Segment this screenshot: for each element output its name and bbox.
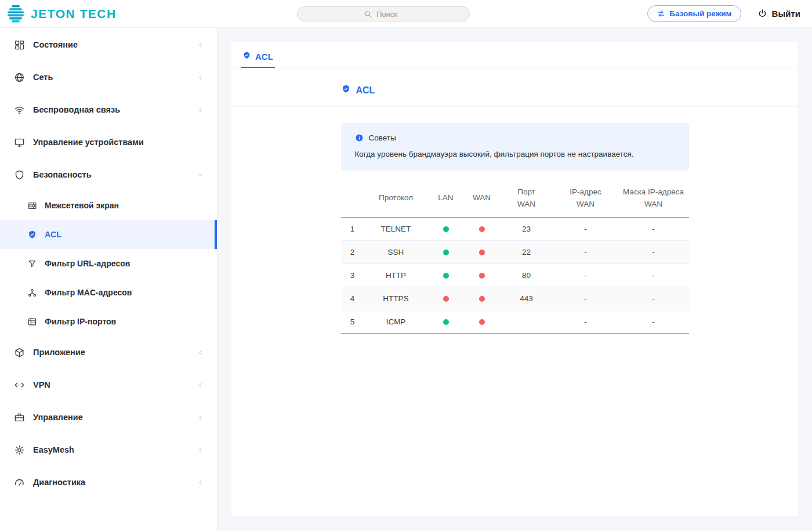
- shield-icon: [14, 169, 25, 180]
- sidebar-item-label: Диагностика: [33, 478, 85, 487]
- sidebar-item-wireless[interactable]: Беспроводная связь: [0, 93, 217, 126]
- sidebar-item-device-management[interactable]: Управление устройствами: [0, 126, 217, 158]
- gear-icon: [14, 445, 25, 456]
- tab-acl[interactable]: ACL: [241, 50, 275, 68]
- sidebar-item-label: VPN: [33, 380, 50, 389]
- port-wan-cell: 23: [500, 217, 553, 240]
- chevron-left-icon: [197, 446, 204, 454]
- app-root: JETON TECH Базовый режим Выйти Состояние…: [0, 0, 812, 531]
- search-input[interactable]: [297, 6, 470, 21]
- table-header-row: ПротоколLANWANПорт WANIP-адрес WANМаска …: [341, 180, 689, 217]
- status-dot-off: [479, 273, 485, 279]
- logo-icon: [6, 4, 26, 24]
- ip-wan-cell: -: [553, 310, 618, 333]
- sidebar-item-url-filter[interactable]: Фильтр URL-адресов: [0, 249, 217, 278]
- sidebar-item-firewall[interactable]: Межсетевой экран: [0, 191, 217, 220]
- tab-label: ACL: [255, 52, 273, 62]
- tips-panel: Советы Когда уровень брандмауэра высокий…: [341, 123, 689, 171]
- vpn-icon: [14, 380, 25, 391]
- row-index: 3: [341, 263, 364, 287]
- row-index: 4: [341, 287, 364, 310]
- status-dot-off: [479, 250, 485, 255]
- wan-status-cell: [464, 240, 500, 263]
- tab-bar: ACL: [231, 42, 798, 68]
- sidebar-item-label: Безопасность: [33, 170, 92, 179]
- port-wan-cell: 22: [500, 240, 553, 263]
- basic-mode-button[interactable]: Базовый режим: [647, 5, 741, 22]
- tips-text: Когда уровень брандмауэра высокий, фильт…: [355, 150, 675, 158]
- sidebar-item-acl[interactable]: ACL: [0, 220, 217, 249]
- sidebar-item-security[interactable]: Безопасность: [0, 158, 217, 191]
- sidebar-item-easymesh[interactable]: EasyMesh: [0, 434, 217, 466]
- acl-shield-icon: [27, 230, 37, 240]
- table-row: 4HTTPS443--: [341, 287, 689, 310]
- sidebar-item-label: ACL: [45, 230, 61, 239]
- table-row: 2SSH22--: [341, 240, 689, 263]
- sidebar-item-vpn[interactable]: VPN: [0, 369, 217, 401]
- sidebar-item-diagnostics[interactable]: Диагностика: [0, 466, 217, 499]
- mask-wan-cell: -: [618, 287, 689, 310]
- acl-table: ПротоколLANWANПорт WANIP-адрес WANМаска …: [341, 180, 689, 334]
- column-header: Маска IP-адреса WAN: [618, 180, 689, 217]
- mask-wan-cell: -: [618, 263, 689, 287]
- main-content: ACL ACL Советы Когда урове: [217, 28, 812, 531]
- status-dot-on: [443, 226, 449, 232]
- protocol-cell: SSH: [364, 240, 428, 263]
- wan-status-cell: [464, 310, 500, 333]
- sidebar-item-label: Фильтр MAC-адресов: [45, 288, 132, 297]
- wan-status-cell: [464, 263, 500, 287]
- logo: JETON TECH: [0, 4, 217, 24]
- sidebar-item-label: Беспроводная связь: [33, 105, 120, 114]
- mask-wan-cell: -: [618, 217, 689, 240]
- column-header: LAN: [428, 180, 464, 217]
- tips-title: Советы: [369, 133, 396, 142]
- chevron-left-icon: [197, 106, 204, 114]
- sidebar-item-mac-filter[interactable]: Фильтр MAC-адресов: [0, 278, 217, 307]
- status-dot-on: [443, 319, 449, 325]
- column-header: Протокол: [364, 180, 428, 217]
- table-row: 5ICMP--: [341, 310, 689, 333]
- status-dot-off: [479, 319, 485, 325]
- nodes-icon: [27, 288, 37, 298]
- shield-icon: [341, 84, 351, 96]
- lan-status-cell: [428, 287, 464, 310]
- chevron-left-icon: [197, 349, 204, 356]
- port-wan-cell: 443: [500, 287, 553, 310]
- basic-mode-label: Базовый режим: [669, 9, 731, 18]
- wifi-icon: [14, 104, 25, 115]
- sidebar-item-network[interactable]: Сеть: [0, 61, 217, 93]
- sidebar-item-label: Состояние: [33, 40, 78, 49]
- row-index: 1: [341, 217, 364, 240]
- chevron-left-icon: [197, 381, 204, 389]
- gauge-icon: [14, 477, 25, 488]
- logout-label: Выйти: [772, 9, 800, 19]
- ip-wan-cell: -: [553, 240, 618, 263]
- dashboard-icon: [14, 39, 25, 50]
- row-index: 5: [341, 310, 364, 333]
- sidebar-item-status[interactable]: Состояние: [0, 28, 217, 61]
- sidebar-item-ip-port-filter[interactable]: Фильтр IP-портов: [0, 307, 217, 336]
- chevron-left-icon: [197, 479, 204, 486]
- funnel-icon: [27, 259, 37, 269]
- sidebar-item-management[interactable]: Управление: [0, 401, 217, 434]
- sidebar-item-label: EasyMesh: [33, 445, 74, 454]
- sidebar-item-label: Фильтр IP-портов: [45, 317, 116, 326]
- sidebar-item-label: Управление: [33, 413, 83, 422]
- wan-status-cell: [464, 287, 500, 310]
- logout-button[interactable]: Выйти: [757, 9, 800, 19]
- globe-icon: [14, 72, 25, 83]
- acl-card: ACL ACL Советы Когда урове: [231, 42, 798, 516]
- ip-wan-cell: -: [553, 217, 618, 240]
- status-dot-on: [443, 250, 449, 255]
- chevron-left-icon: [197, 41, 204, 49]
- sidebar-item-application[interactable]: Приложение: [0, 336, 217, 369]
- table-row: 3HTTP80--: [341, 263, 689, 287]
- app-icon: [14, 347, 25, 358]
- protocol-cell: HTTP: [364, 263, 428, 287]
- status-dot-off: [479, 226, 485, 232]
- lan-status-cell: [428, 310, 464, 333]
- devices-icon: [14, 137, 25, 148]
- swap-icon: [657, 9, 665, 18]
- info-icon: [355, 133, 364, 142]
- sidebar-item-label: Фильтр URL-адресов: [45, 259, 130, 268]
